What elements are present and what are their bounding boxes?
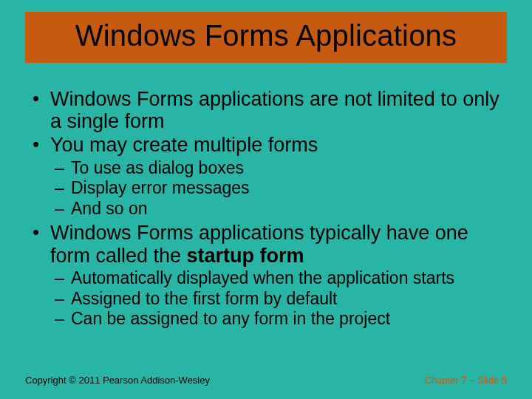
slide-body: Windows Forms applications are not limit… bbox=[28, 88, 504, 330]
slide-number: Chapter 7 – Slide 5 bbox=[425, 375, 507, 386]
sub-bullet-item: Assigned to the first form by default bbox=[50, 289, 504, 310]
sub-bullet-item: Can be assigned to any form in the proje… bbox=[50, 309, 504, 330]
slide-footer: Copyright © 2011 Pearson Addison-Wesley … bbox=[25, 375, 507, 386]
slide-title: Windows Forms Applications bbox=[40, 19, 492, 52]
sub-bullet-item: To use as dialog boxes bbox=[50, 158, 504, 179]
copyright-text: Copyright © 2011 Pearson Addison-Wesley bbox=[25, 375, 210, 386]
sub-bullet-item: Display error messages bbox=[50, 178, 504, 199]
bullet-item: Windows Forms applications are not limit… bbox=[28, 88, 504, 132]
sub-bullet-item: And so on bbox=[50, 199, 504, 219]
bullet-text-bold: startup form bbox=[187, 245, 304, 267]
bullet-item: Windows Forms applications typically hav… bbox=[28, 222, 504, 329]
title-bar: Windows Forms Applications bbox=[25, 12, 507, 63]
bullet-item: You may create multiple forms To use as … bbox=[28, 134, 504, 219]
bullet-text: You may create multiple forms bbox=[50, 134, 318, 156]
sub-bullet-item: Automatically displayed when the applica… bbox=[50, 268, 504, 289]
